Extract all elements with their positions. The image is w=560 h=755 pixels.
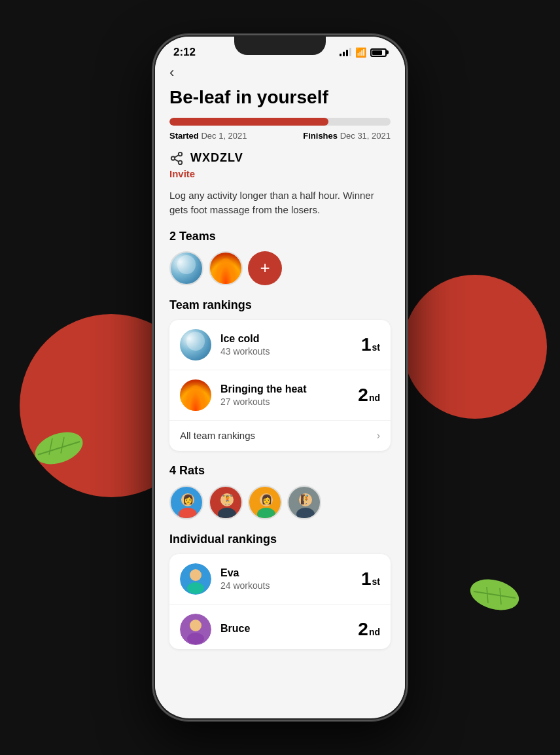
phone-frame: 2:12 📶 ‹: [152, 34, 408, 721]
individual-rankings-title: Individual rankings: [169, 533, 391, 546]
svg-text:👩: 👩: [183, 494, 194, 505]
leaf-left-icon: [33, 432, 85, 465]
progress-bar: [169, 118, 391, 126]
participant-avatar-1: 👩: [169, 485, 203, 519]
all-rankings-row[interactable]: All team rankings ›: [169, 420, 391, 451]
start-date: Started Dec 1, 2021: [169, 131, 247, 141]
invite-link[interactable]: Invite: [169, 168, 391, 179]
bg-circle-right: [403, 275, 547, 419]
individual-workouts-1: 24 workouts: [220, 580, 352, 591]
team-workouts-1: 43 workouts: [220, 346, 352, 357]
individual-name-1: Eva: [220, 567, 352, 579]
team-avatars: +: [169, 251, 391, 285]
svg-text:👩: 👩: [261, 494, 273, 505]
team-rank-1: 1 st: [361, 334, 380, 355]
participant-avatars: 👩 🏋️: [169, 485, 391, 519]
svg-text:🏋️: 🏋️: [222, 494, 234, 505]
svg-line-12: [175, 155, 179, 158]
svg-point-33: [190, 620, 201, 631]
wifi-icon: 📶: [355, 47, 366, 58]
table-row: Bruce 2 nd: [169, 604, 391, 649]
participant-avatar-4: 🧗: [287, 485, 321, 519]
participant-avatar-2: 🏋️: [209, 485, 243, 519]
back-button[interactable]: ‹: [169, 64, 174, 81]
table-row: Ice cold 43 workouts 1 st: [169, 320, 391, 370]
team-rankings-card: Ice cold 43 workouts 1 st: [169, 320, 391, 451]
participants-section-title: 4 Rats: [169, 464, 391, 478]
team-workouts-2: 27 workouts: [220, 396, 349, 407]
team-name-1: Ice cold: [220, 333, 352, 345]
ranking-avatar-ice: [180, 329, 211, 360]
status-time: 2:12: [173, 46, 196, 59]
battery-icon: [370, 48, 387, 57]
scene: 2:12 📶 ‹: [0, 0, 560, 755]
chevron-right-icon: ›: [377, 430, 380, 442]
description-text: Log any activity longer than a half hour…: [169, 188, 391, 218]
ranking-avatar-fire: [180, 379, 211, 411]
table-row: Bringing the heat 27 workouts 2 nd: [169, 370, 391, 420]
phone-screen: 2:12 📶 ‹: [155, 37, 405, 718]
team-avatar-fire: [209, 251, 243, 285]
screen-content[interactable]: ‹ Be-leaf in yourself Started Dec 1, 202…: [155, 64, 405, 713]
teams-section-title: 2 Teams: [169, 230, 391, 243]
signal-icon: [340, 48, 351, 56]
add-team-button[interactable]: +: [248, 251, 282, 285]
share-row: WXDZLV: [169, 151, 391, 166]
invite-code: WXDZLV: [190, 151, 243, 165]
svg-point-34: [187, 633, 204, 644]
svg-point-10: [179, 160, 183, 164]
ranking-info-ice: Ice cold 43 workouts: [220, 333, 352, 357]
svg-point-31: [187, 582, 204, 594]
share-icon: [169, 151, 184, 166]
individual-rankings-card: Eva 24 workouts 1 st: [169, 554, 391, 649]
notch: [234, 37, 326, 55]
ranking-info-bruce: Bruce: [220, 623, 349, 636]
participant-avatar-3: 👩: [248, 485, 282, 519]
svg-line-11: [175, 159, 179, 162]
status-icons: 📶: [340, 47, 387, 58]
progress-fill: [169, 118, 328, 126]
dates-row: Started Dec 1, 2021 Finishes Dec 31, 202…: [169, 131, 391, 141]
team-avatar-ice: [169, 251, 203, 285]
individual-avatar-eva: [180, 563, 211, 595]
individual-name-2: Bruce: [220, 623, 349, 635]
end-date: Finishes Dec 31, 2021: [303, 131, 391, 141]
individual-avatar-bruce: [180, 614, 211, 645]
svg-text:🧗: 🧗: [300, 494, 312, 505]
svg-point-30: [190, 569, 201, 581]
svg-point-8: [179, 152, 183, 156]
individual-rank-2: 2 nd: [358, 619, 380, 640]
individual-rank-1: 1 st: [361, 569, 380, 589]
table-row: Eva 24 workouts 1 st: [169, 554, 391, 604]
all-rankings-label: All team rankings: [180, 430, 255, 441]
page-title: Be-leaf in yourself: [169, 86, 391, 109]
team-name-2: Bringing the heat: [220, 383, 349, 395]
team-rankings-title: Team rankings: [169, 298, 391, 312]
team-rank-2: 2 nd: [358, 385, 380, 406]
ranking-info-fire: Bringing the heat 27 workouts: [220, 383, 349, 407]
svg-point-9: [171, 156, 175, 160]
ranking-info-eva: Eva 24 workouts: [220, 567, 352, 591]
leaf-right-icon: [468, 578, 521, 611]
